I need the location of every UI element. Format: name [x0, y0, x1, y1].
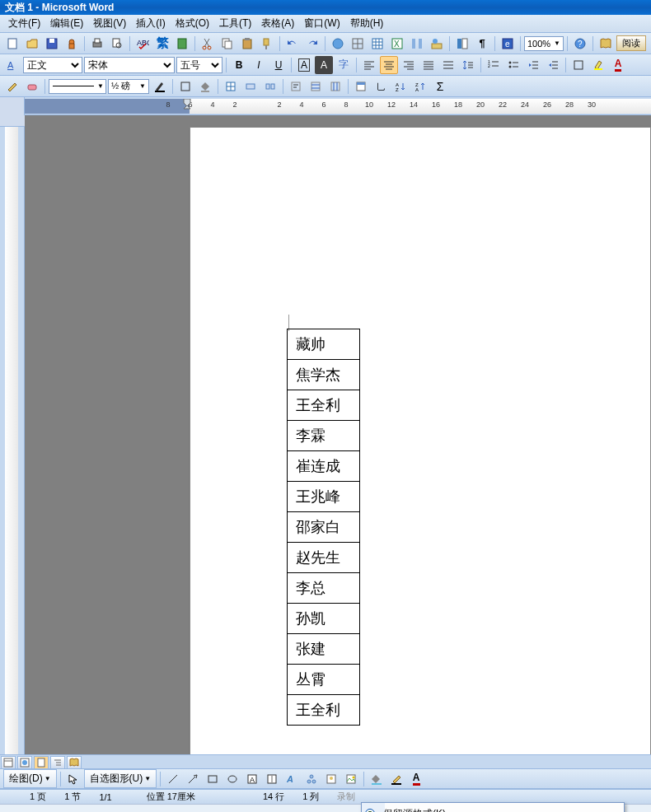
table-cell[interactable]: 焦学杰 — [288, 360, 360, 390]
shading-icon[interactable] — [196, 77, 214, 96]
menu-tools[interactable]: 工具(T) — [214, 15, 256, 32]
align-justify-icon[interactable] — [419, 56, 438, 74]
line-spacing-icon[interactable] — [459, 56, 477, 74]
autoformat-icon[interactable] — [352, 77, 370, 96]
paste-keep-source[interactable]: 保留源格式(K) — [362, 805, 624, 812]
convert-icon[interactable]: 繁 — [153, 35, 171, 53]
dist-rows-icon[interactable] — [307, 77, 325, 96]
menu-table[interactable]: 表格(A) — [256, 15, 299, 32]
zoom-select[interactable]: 100%▼ — [524, 36, 564, 51]
wordart-icon[interactable]: A — [283, 770, 301, 788]
textbox-icon[interactable]: A — [243, 770, 261, 788]
picture-icon[interactable] — [342, 770, 360, 788]
bold-icon[interactable]: B — [230, 56, 248, 74]
open-icon[interactable] — [23, 35, 41, 53]
insert-table2-icon[interactable] — [222, 77, 240, 96]
permission-icon[interactable] — [63, 35, 81, 53]
inc-indent-icon[interactable] — [544, 56, 562, 74]
print-preview-icon[interactable] — [108, 35, 126, 53]
italic-icon[interactable]: I — [250, 56, 268, 74]
table-cell[interactable]: 王兆峰 — [288, 482, 360, 512]
print-view-icon[interactable] — [34, 756, 49, 769]
cell-align-icon[interactable] — [287, 77, 305, 96]
bullets-icon[interactable] — [504, 56, 522, 74]
web-view-icon[interactable] — [17, 756, 32, 769]
help-icon[interactable]: ? — [571, 35, 589, 53]
style-select[interactable]: 正文 — [23, 57, 82, 73]
columns-icon[interactable] — [408, 35, 426, 53]
align-left-icon[interactable] — [360, 56, 378, 74]
research-icon[interactable] — [173, 35, 191, 53]
reading-view-icon[interactable] — [67, 756, 82, 769]
spelling-icon[interactable]: ABC — [133, 35, 152, 53]
table-cell[interactable]: 张建 — [288, 634, 360, 665]
numbering-icon[interactable]: 12 — [485, 56, 503, 74]
menu-file[interactable]: 文件(F) — [3, 15, 45, 32]
table-cell[interactable]: 孙凯 — [288, 604, 360, 634]
highlight-icon[interactable] — [589, 56, 607, 74]
char-shade-icon[interactable]: A — [315, 56, 333, 74]
document-page[interactable] — [190, 127, 651, 777]
sort-asc-icon[interactable]: AZ — [391, 77, 410, 96]
doc-map-icon[interactable] — [453, 35, 471, 53]
book-icon[interactable] — [597, 35, 615, 53]
table-cell[interactable]: 李霖 — [288, 421, 360, 451]
redo-icon[interactable] — [303, 35, 321, 53]
e-icon[interactable]: e — [499, 35, 517, 53]
insert-table-icon[interactable] — [368, 35, 386, 53]
size-select[interactable]: 五号 — [176, 57, 222, 73]
vertical-textbox-icon[interactable] — [263, 770, 281, 788]
copy-icon[interactable] — [218, 35, 237, 53]
hyperlink-icon[interactable] — [329, 35, 347, 53]
table-cell[interactable]: 赵先生 — [288, 543, 360, 573]
autosum-icon[interactable]: Σ — [431, 77, 449, 96]
table-cell[interactable]: 邵家白 — [288, 512, 360, 543]
print-icon[interactable] — [88, 35, 106, 53]
table-cell[interactable]: 王全利 — [288, 390, 360, 421]
undo-icon[interactable] — [283, 35, 302, 53]
split-cells-icon[interactable] — [261, 77, 279, 96]
autoshapes-button[interactable]: 自选图形(U) ▼ — [84, 769, 157, 788]
table-cell[interactable]: 藏帅 — [288, 329, 360, 360]
show-marks-icon[interactable]: ¶ — [473, 35, 491, 53]
line-color-icon[interactable] — [387, 770, 405, 788]
format-painter-icon[interactable] — [258, 35, 276, 53]
menu-view[interactable]: 视图(V) — [88, 15, 131, 32]
align-dist-icon[interactable] — [439, 56, 457, 74]
document-table[interactable]: 藏帅焦学杰王全利李霖崔连成王兆峰邵家白赵先生李总孙凯张建丛霄王全利 — [287, 329, 360, 726]
excel-icon[interactable]: X — [388, 35, 406, 53]
text-direction-icon[interactable]: 乚 — [372, 77, 390, 96]
menu-insert[interactable]: 插入(I) — [131, 15, 170, 32]
new-doc-icon[interactable] — [3, 35, 21, 53]
read-button[interactable]: 阅读 — [616, 35, 646, 51]
align-right-icon[interactable] — [400, 56, 418, 74]
paste-icon[interactable] — [238, 35, 256, 53]
sort-desc-icon[interactable]: ZA — [411, 77, 429, 96]
char-scale-icon[interactable]: 字 — [335, 56, 353, 74]
menu-edit[interactable]: 编辑(E) — [45, 15, 88, 32]
menu-help[interactable]: 帮助(H) — [345, 15, 389, 32]
merge-cells-icon[interactable] — [241, 77, 260, 96]
borders-icon[interactable] — [569, 56, 588, 74]
line-icon[interactable] — [164, 770, 182, 788]
styles-pane-icon[interactable]: A — [3, 56, 21, 74]
draw-menu-button[interactable]: 绘图(D) ▼ — [3, 769, 57, 788]
diagram-icon[interactable] — [302, 770, 321, 788]
draw-table-icon[interactable] — [3, 77, 21, 96]
table-cell[interactable]: 李总 — [288, 573, 360, 604]
save-icon[interactable] — [43, 35, 61, 53]
table-cell[interactable]: 崔连成 — [288, 451, 360, 482]
menu-window[interactable]: 窗口(W) — [299, 15, 344, 32]
menu-format[interactable]: 格式(O) — [171, 15, 214, 32]
rectangle-icon[interactable] — [204, 770, 222, 788]
outline-view-icon[interactable] — [50, 756, 65, 769]
arrow-icon[interactable] — [184, 770, 202, 788]
font-color-icon[interactable]: A — [609, 56, 627, 74]
dist-cols-icon[interactable] — [326, 77, 344, 96]
font-color2-icon[interactable]: A — [407, 770, 425, 788]
normal-view-icon[interactable] — [1, 756, 16, 769]
font-select[interactable]: 宋体 — [84, 57, 175, 73]
drawing-icon[interactable] — [428, 35, 446, 53]
tables-borders-icon[interactable] — [349, 35, 367, 53]
eraser-icon[interactable] — [23, 77, 41, 96]
